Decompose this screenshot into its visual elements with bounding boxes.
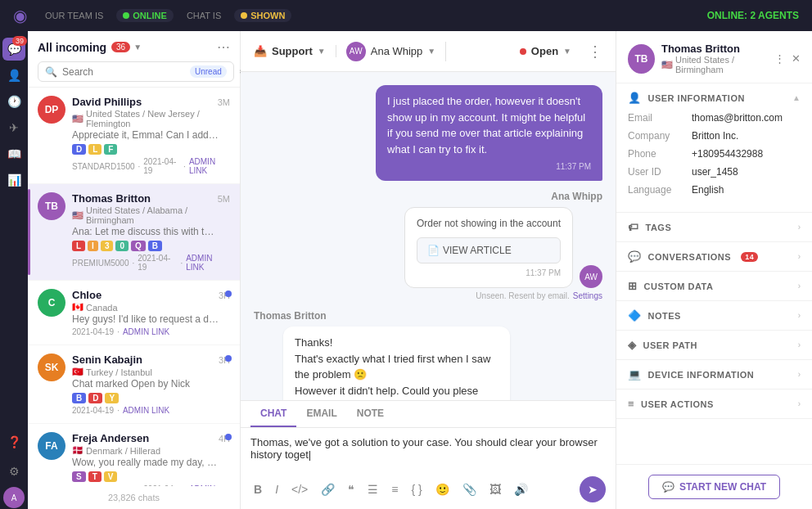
inbox-selector[interactable]: 📥 Support ▼ xyxy=(254,45,336,57)
settings-link[interactable]: Settings xyxy=(573,291,602,300)
rp-avatar: TB xyxy=(628,44,655,74)
avatar: DP xyxy=(38,96,65,124)
rp-header: TB Thomas Britton 🇺🇸 United States / Bir… xyxy=(616,31,812,83)
view-article-btn[interactable]: 📄 VIEW ARTICLE xyxy=(417,237,561,264)
sidebar-item-knowledge[interactable]: 📖 xyxy=(2,142,25,165)
meta-admin-link[interactable]: ADMIN LINK xyxy=(123,327,169,336)
rp-section-user-path: ◈ USER PATH › xyxy=(616,331,812,360)
chat-textarea[interactable]: Thomas, we've got a solution to your cas… xyxy=(250,436,606,466)
rp-location-text: United States / Birmingham xyxy=(675,55,774,74)
agents-online: ONLINE: 2 AGENTS xyxy=(707,10,799,21)
meta-admin-link[interactable]: ADMIN LINK xyxy=(123,406,169,415)
topbar-right: ONLINE: 2 AGENTS xyxy=(707,10,799,21)
label-tag: L xyxy=(72,241,85,251)
sidebar-item-reports[interactable]: 📊 xyxy=(2,169,25,191)
sidebar-item-help[interactable]: ❓ xyxy=(2,434,25,457)
chat-status-text: SHOWN xyxy=(250,11,285,20)
msg-row: AW Order not showing in the account 📄 VI… xyxy=(254,207,602,288)
field-label-company: Company xyxy=(628,130,685,142)
section-collapse-arrow: ▲ xyxy=(792,93,801,102)
tab-chat[interactable]: CHAT xyxy=(250,401,296,427)
indent-icon[interactable]: ≡ xyxy=(388,481,401,498)
sidebar-item-send[interactable]: ✈ xyxy=(2,116,25,139)
agent-selector[interactable]: AW Ana Whipp ▼ xyxy=(346,42,447,61)
label-tag: D xyxy=(88,393,102,403)
conv-item[interactable]: FA Freja Andersen 4H 🇩🇰 Denmark / Hiller… xyxy=(28,424,240,486)
rp-section-tags-header[interactable]: 🏷 TAGS › xyxy=(616,213,812,241)
sidebar-item-chat[interactable]: 💬 39 xyxy=(2,38,25,61)
right-panel: TB Thomas Britton 🇺🇸 United States / Bir… xyxy=(616,31,812,509)
rp-section-device-header[interactable]: 💻 DEVICE INFORMATION › xyxy=(616,360,812,389)
conversation-list: All incoming 36 ▼ ⋯ 🔍 Unread ⚙ DP xyxy=(28,31,241,509)
rp-section-device-title: 💻 DEVICE INFORMATION xyxy=(628,368,754,381)
more-icon[interactable]: ⋮ xyxy=(774,52,785,65)
close-icon[interactable]: ✕ xyxy=(792,52,801,65)
quote-icon[interactable]: ❝ xyxy=(345,481,358,498)
conv-item[interactable]: TB Thomas Britton 5M 🇺🇸 United States / … xyxy=(28,184,240,281)
topbar-left: ◉ OUR TEAM IS ONLINE CHAT IS SHOWN xyxy=(13,6,291,25)
meta-admin-link[interactable]: ADMIN LINK xyxy=(189,157,230,175)
tab-note[interactable]: NOTE xyxy=(347,401,394,427)
bold-icon[interactable]: B xyxy=(250,481,265,498)
field-label-language: Language xyxy=(628,184,685,196)
send-button[interactable]: ➤ xyxy=(580,476,606,502)
label-tags: D L F xyxy=(72,144,230,155)
team-status-badge[interactable]: ONLINE xyxy=(116,9,174,22)
conv-dropdown-arrow[interactable]: ▼ xyxy=(133,43,142,52)
chat-tabs: CHAT EMAIL NOTE xyxy=(241,401,616,428)
conv-item-location: 🇩🇰 Denmark / Hillerad xyxy=(72,445,230,456)
rp-section-conversations-header[interactable]: 💬 CONVERSATIONS 14 › xyxy=(616,242,812,271)
sidebar-item-recent[interactable]: 🕐 xyxy=(2,90,25,113)
rp-section-user-actions-header[interactable]: ≡ USER ACTIONS › xyxy=(616,390,812,418)
notes-arrow: › xyxy=(798,311,801,320)
status-selector[interactable]: Open ▼ xyxy=(520,45,571,57)
start-chat-footer: 💬 START NEW CHAT xyxy=(616,464,812,509)
attach-icon[interactable]: 📎 xyxy=(459,481,480,498)
rp-section-custom-data-header[interactable]: ⊞ CUSTOM DATA › xyxy=(616,272,812,300)
label-tag: T xyxy=(88,471,102,482)
tab-email[interactable]: EMAIL xyxy=(296,401,346,427)
label-tags: B D Y xyxy=(72,393,230,403)
msg-group: Ana Whipp AW Order not showing in the ac… xyxy=(254,191,602,300)
audio-icon[interactable]: 🔊 xyxy=(511,481,531,498)
avatar: TB xyxy=(38,192,65,220)
rp-section-header[interactable]: 👤 USER INFORMATION ▲ xyxy=(616,83,812,112)
meta-admin-link[interactable]: ADMIN LINK xyxy=(186,254,230,272)
start-new-chat-button[interactable]: 💬 START NEW CHAT xyxy=(648,475,780,499)
msg-sender: Thomas Britton xyxy=(254,310,602,322)
code-icon[interactable]: </> xyxy=(288,481,311,498)
conv-item[interactable]: DP David Phillips 3M 🇺🇸 United States / … xyxy=(28,88,240,184)
rp-section-notes-header[interactable]: 🔷 NOTES › xyxy=(616,301,812,330)
chat-more-icon[interactable]: ⋮ xyxy=(588,43,602,61)
conv-title-group[interactable]: All incoming 36 ▼ xyxy=(38,41,142,54)
rp-field-phone: Phone +180954432988 xyxy=(628,148,801,160)
meta-plan: STANDARD1500 xyxy=(72,162,135,171)
meta-row: 2021-04-19 · ADMIN LINK xyxy=(72,327,230,336)
sidebar-item-profile[interactable]: A xyxy=(2,486,25,509)
emoji-icon[interactable]: 🙂 xyxy=(432,481,453,498)
conv-item[interactable]: C Chloe 3H 🇨🇦 Canada Hey guys! I'd like … xyxy=(28,281,240,345)
conv-item[interactable]: SK Senin Kabajin 3H 🇹🇷 Turkey / Istanbul… xyxy=(28,345,240,424)
meta-date: 2021-04-19 xyxy=(143,157,180,175)
unread-dot xyxy=(225,291,232,297)
rp-section-user-path-header[interactable]: ◈ USER PATH › xyxy=(616,331,812,359)
image-icon[interactable]: 🖼 xyxy=(486,481,504,498)
sidebar-item-settings[interactable]: ⚙ xyxy=(2,460,25,483)
rp-user-details: Thomas Britton 🇺🇸 United States / Birmin… xyxy=(661,43,774,74)
chat-status-badge[interactable]: SHOWN xyxy=(234,9,291,22)
label-tag: B xyxy=(72,393,86,403)
sidebar-item-contacts[interactable]: 👤 xyxy=(2,64,25,87)
label-tag: 3 xyxy=(101,241,114,251)
conv-options-icon[interactable]: ⋯ xyxy=(217,39,230,55)
conv-item-time: 5M xyxy=(218,194,230,204)
meta-admin-link[interactable]: ADMIN LINK xyxy=(189,484,230,486)
search-input[interactable] xyxy=(62,66,185,78)
msg-group: I just placed the order, however it does… xyxy=(254,85,602,181)
device-icon: 💻 xyxy=(628,368,642,381)
list-icon[interactable]: ☰ xyxy=(364,481,381,498)
link-icon[interactable]: 🔗 xyxy=(318,481,338,498)
label-tags: S T V xyxy=(72,471,230,482)
italic-icon[interactable]: I xyxy=(272,481,282,498)
meta-date: 2021-04-19 xyxy=(72,327,114,336)
curly-icon[interactable]: { } xyxy=(408,481,425,498)
